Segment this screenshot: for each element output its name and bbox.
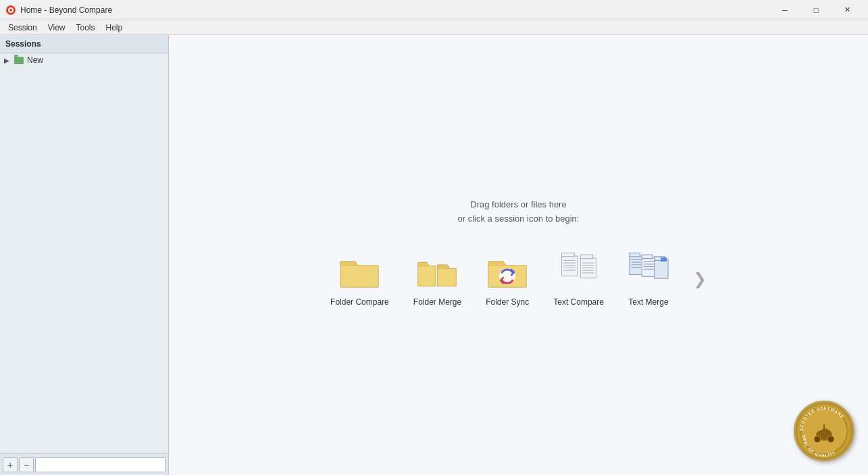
title-bar: Home - Beyond Compare ─ □ ✕ [0, 0, 868, 20]
svg-rect-18 [630, 256, 643, 275]
svg-rect-4 [561, 256, 577, 276]
folder-sync-icon [487, 251, 528, 292]
menu-item-session[interactable]: Session [3, 22, 43, 34]
watermark-seal: SCOOTER SOFTWARE SEAL OF QUALITY [796, 403, 852, 459]
svg-rect-24 [642, 258, 655, 277]
app-icon [5, 5, 16, 16]
drag-hint: Drag folders or files here or click a se… [458, 198, 580, 226]
folder-merge-icon [417, 251, 457, 292]
text-compare-label: Text Compare [553, 297, 604, 307]
text-compare-button[interactable]: Text Compare [548, 246, 609, 312]
svg-rect-5 [561, 253, 573, 257]
next-arrow[interactable]: ❯ [688, 264, 712, 294]
minimize-button[interactable]: ─ [769, 0, 800, 20]
maximize-button[interactable]: □ [800, 0, 832, 20]
folder-merge-label: Folder Merge [413, 297, 461, 307]
folder-compare-label: Folder Compare [330, 297, 389, 307]
folder-sync-label: Folder Sync [486, 297, 529, 307]
window-title: Home - Beyond Compare [20, 5, 769, 15]
svg-rect-12 [580, 255, 592, 259]
svg-rect-25 [642, 255, 653, 259]
drag-hint-line1: Drag folders or files here [458, 198, 580, 212]
watermark: SCOOTER SOFTWARE SEAL OF QUALITY [794, 401, 854, 461]
sidebar-footer: + − [0, 453, 168, 475]
text-merge-icon [628, 251, 669, 292]
content-area: Drag folders or files here or click a se… [169, 35, 868, 475]
svg-rect-30 [655, 260, 668, 279]
svg-rect-19 [630, 253, 640, 257]
menu-bar: SessionViewToolsHelp [0, 20, 868, 35]
svg-point-2 [9, 9, 12, 11]
folder-compare-button[interactable]: Folder Compare [325, 246, 394, 312]
menu-item-view[interactable]: View [43, 22, 71, 34]
sessions-header: Sessions [0, 35, 168, 53]
search-input[interactable] [35, 457, 165, 472]
window-controls: ─ □ ✕ [769, 0, 863, 20]
session-item-new[interactable]: ▶ New [0, 53, 168, 67]
folder-compare-icon [339, 251, 380, 292]
text-compare-icon [559, 251, 599, 292]
text-merge-button[interactable]: Text Merge [623, 246, 674, 312]
svg-point-37 [814, 436, 821, 443]
session-icons: Folder Compare Folder Merge [325, 246, 712, 312]
sessions-list: ▶ New [0, 53, 168, 453]
add-session-button[interactable]: + [3, 457, 18, 472]
sidebar: Sessions ▶ New + − [0, 35, 169, 475]
main-layout: Sessions ▶ New + − Drag folders or files… [0, 35, 868, 475]
folder-merge-button[interactable]: Folder Merge [408, 246, 467, 312]
drag-hint-line2: or click a session icon to begin: [458, 212, 580, 226]
session-item-label: New [27, 55, 43, 65]
menu-item-help[interactable]: Help [101, 22, 128, 34]
text-merge-label: Text Merge [628, 297, 668, 307]
folder-sync-button[interactable]: Folder Sync [480, 246, 534, 312]
svg-marker-32 [661, 257, 667, 261]
expand-arrow: ▶ [4, 57, 12, 64]
svg-point-38 [827, 436, 834, 443]
close-button[interactable]: ✕ [832, 0, 863, 20]
session-folder-icon [14, 55, 24, 65]
menu-item-tools[interactable]: Tools [71, 22, 101, 34]
remove-session-button[interactable]: − [19, 457, 34, 472]
